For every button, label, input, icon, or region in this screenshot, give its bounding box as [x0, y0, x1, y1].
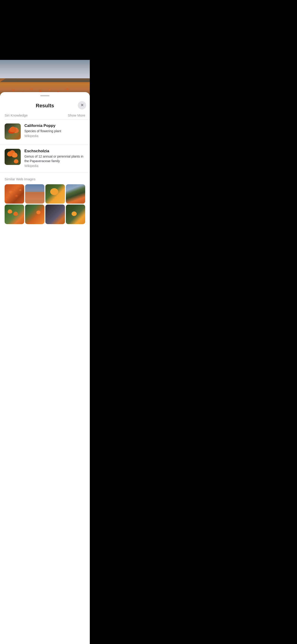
- drag-handle: [40, 95, 50, 96]
- similar-image-8[interactable]: [66, 204, 86, 224]
- divider-3: [0, 172, 90, 172]
- eschscholzia-thumbnail: [4, 149, 21, 165]
- california-poppy-image: [4, 124, 21, 140]
- similar-image-4[interactable]: [66, 184, 86, 204]
- california-poppy-subtitle: Species of flowering plant: [24, 129, 85, 134]
- drag-handle-container[interactable]: [0, 92, 90, 99]
- similar-images-label: Similar Web Images: [4, 177, 85, 181]
- similar-image-5[interactable]: [4, 204, 24, 224]
- knowledge-item-eschscholzia[interactable]: Eschscholzia Genus of 12 annual or peren…: [0, 145, 90, 171]
- similar-image-7[interactable]: [45, 204, 65, 224]
- siri-knowledge-label: Siri Knowledge: [4, 113, 28, 117]
- eschscholzia-title: Eschscholzia: [24, 149, 85, 154]
- hero-landscape: [0, 60, 90, 97]
- eschscholzia-image: [4, 149, 21, 165]
- images-grid: [4, 184, 85, 224]
- mountains: [0, 70, 90, 82]
- close-button[interactable]: ✕: [78, 101, 86, 110]
- similar-image-1[interactable]: [4, 184, 24, 204]
- siri-knowledge-header: Siri Knowledge Show More: [0, 112, 90, 120]
- similar-image-2[interactable]: [25, 184, 45, 204]
- eschscholzia-subtitle: Genus of 12 annual or perennial plants i…: [24, 154, 85, 163]
- hero-image: [0, 0, 90, 97]
- california-poppy-content: California Poppy Species of flowering pl…: [24, 124, 85, 138]
- california-poppy-title: California Poppy: [24, 124, 85, 128]
- similar-image-6[interactable]: [25, 204, 45, 224]
- hero-black-area: [0, 0, 90, 60]
- knowledge-item-california-poppy[interactable]: California Poppy Species of flowering pl…: [0, 120, 90, 143]
- similar-image-3[interactable]: [45, 184, 65, 204]
- similar-web-images-section: Similar Web Images: [0, 174, 90, 224]
- hero-container: [0, 0, 90, 97]
- show-more-button[interactable]: Show More: [68, 113, 85, 117]
- results-title: Results: [36, 103, 54, 109]
- poppy-thumbnail: [4, 124, 21, 140]
- california-poppy-source: Wikipedia: [24, 134, 85, 138]
- eschscholzia-source: Wikipedia: [24, 164, 85, 168]
- close-icon: ✕: [80, 104, 84, 107]
- results-sheet: Results ✕ Siri Knowledge Show More Calif…: [0, 92, 90, 644]
- divider-2: [0, 144, 90, 144]
- eschscholzia-content: Eschscholzia Genus of 12 annual or peren…: [24, 149, 85, 168]
- results-header: Results ✕: [0, 99, 90, 112]
